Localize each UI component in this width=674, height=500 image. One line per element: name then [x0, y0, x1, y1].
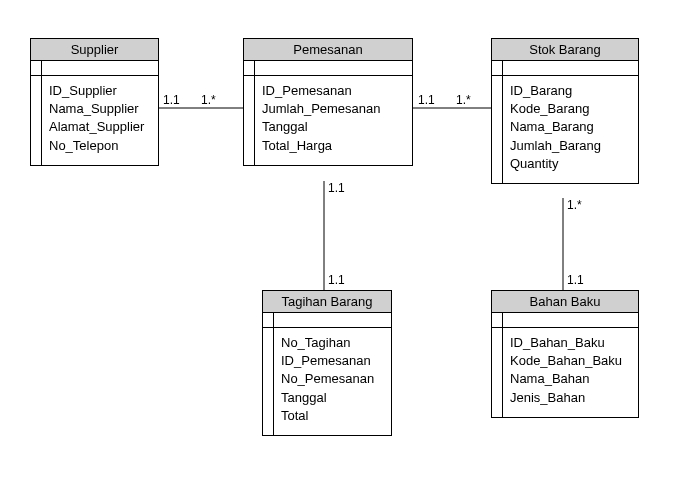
class-pemesanan: Pemesanan ID_Pemesanan Jumlah_Pemesanan …	[243, 38, 413, 166]
class-bahan-baku-empty	[492, 313, 638, 328]
class-supplier-attrs: ID_Supplier Nama_Supplier Alamat_Supplie…	[31, 76, 158, 165]
class-supplier-empty	[31, 61, 158, 76]
attr: Tanggal	[252, 118, 404, 136]
class-diagram-canvas: Supplier ID_Supplier Nama_Supplier Alama…	[0, 0, 674, 500]
mult-bahan-side: 1.1	[567, 273, 584, 287]
attr: ID_Supplier	[39, 82, 150, 100]
class-tagihan-barang: Tagihan Barang No_Tagihan ID_Pemesanan N…	[262, 290, 392, 436]
mult-pemesanan-to-stok: 1.1	[418, 93, 435, 107]
class-stok-barang: Stok Barang ID_Barang Kode_Barang Nama_B…	[491, 38, 639, 184]
attr: Jumlah_Pemesanan	[252, 100, 404, 118]
class-stok-barang-title: Stok Barang	[492, 39, 638, 61]
attr: Jenis_Bahan	[500, 389, 630, 407]
class-pemesanan-empty	[244, 61, 412, 76]
class-bahan-baku-title: Bahan Baku	[492, 291, 638, 313]
attr: ID_Pemesanan	[252, 82, 404, 100]
mult-pemesanan-to-tagihan: 1.1	[328, 181, 345, 195]
class-pemesanan-title: Pemesanan	[244, 39, 412, 61]
attr: No_Pemesanan	[271, 370, 383, 388]
attr: No_Telepon	[39, 137, 150, 155]
mult-stok-to-bahan: 1.*	[567, 198, 582, 212]
attr: Total	[271, 407, 383, 425]
attr: Nama_Supplier	[39, 100, 150, 118]
class-bahan-baku-attrs: ID_Bahan_Baku Kode_Bahan_Baku Nama_Bahan…	[492, 328, 638, 417]
attr: Nama_Bahan	[500, 370, 630, 388]
attr: Quantity	[500, 155, 630, 173]
class-pemesanan-attrs: ID_Pemesanan Jumlah_Pemesanan Tanggal To…	[244, 76, 412, 165]
attr: ID_Pemesanan	[271, 352, 383, 370]
attr: Nama_Barang	[500, 118, 630, 136]
attr: Alamat_Supplier	[39, 118, 150, 136]
class-tagihan-barang-empty	[263, 313, 391, 328]
class-bahan-baku: Bahan Baku ID_Bahan_Baku Kode_Bahan_Baku…	[491, 290, 639, 418]
attr: Jumlah_Barang	[500, 137, 630, 155]
mult-pemesanan-from-supplier: 1.*	[201, 93, 216, 107]
class-stok-barang-attrs: ID_Barang Kode_Barang Nama_Barang Jumlah…	[492, 76, 638, 183]
mult-stok-side: 1.*	[456, 93, 471, 107]
attr: ID_Bahan_Baku	[500, 334, 630, 352]
mult-supplier-side: 1.1	[163, 93, 180, 107]
class-tagihan-barang-attrs: No_Tagihan ID_Pemesanan No_Pemesanan Tan…	[263, 328, 391, 435]
attr: No_Tagihan	[271, 334, 383, 352]
attr: ID_Barang	[500, 82, 630, 100]
attr: Tanggal	[271, 389, 383, 407]
class-supplier-title: Supplier	[31, 39, 158, 61]
mult-tagihan-side: 1.1	[328, 273, 345, 287]
attr: Kode_Barang	[500, 100, 630, 118]
class-tagihan-barang-title: Tagihan Barang	[263, 291, 391, 313]
attr: Kode_Bahan_Baku	[500, 352, 630, 370]
class-supplier: Supplier ID_Supplier Nama_Supplier Alama…	[30, 38, 159, 166]
class-stok-barang-empty	[492, 61, 638, 76]
attr: Total_Harga	[252, 137, 404, 155]
